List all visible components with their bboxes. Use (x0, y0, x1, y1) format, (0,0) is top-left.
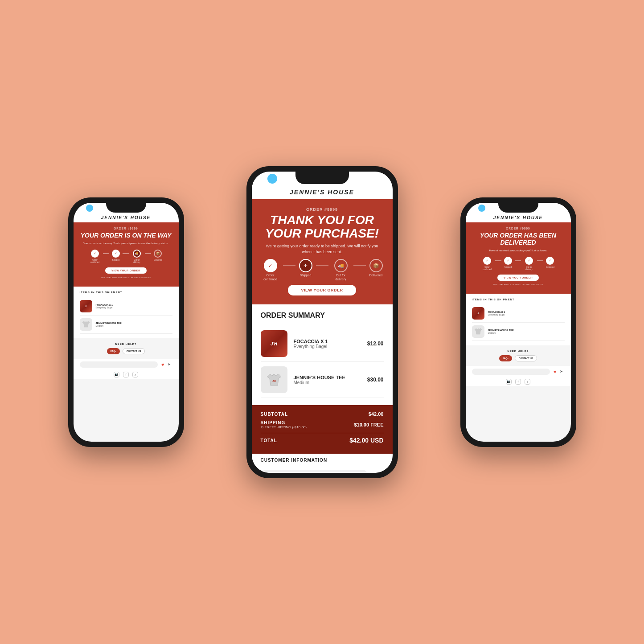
right-tiktok-icon[interactable]: ♪ (525, 379, 530, 385)
left-step-2-icon: ✓ (115, 252, 117, 255)
left-contact-btn[interactable]: CONTACT US (123, 348, 145, 354)
center-step-3: 🚚 Out for delivery (332, 259, 350, 281)
right-hero: ORDER #9999 YOUR ORDER HAS BEEN DELIVERE… (466, 222, 571, 294)
right-faq-btn[interactable]: FAQs (499, 355, 512, 361)
left-line-1 (103, 253, 109, 254)
right-search-bar[interactable] (472, 369, 550, 375)
center-tee-info: JENNIE'S HOUSE TEE Medium (294, 375, 361, 385)
right-send-icon[interactable]: ➤ (558, 369, 565, 375)
center-step-1-circle: ✓ (264, 259, 277, 272)
left-facebook-icon[interactable]: f (123, 372, 129, 377)
center-subtotal-row: SUBTOTAL $42.00 (261, 411, 384, 417)
left-step-2-circle: ✓ (112, 250, 120, 258)
center-search-bar[interactable] (261, 470, 368, 472)
right-instagram-icon[interactable]: 📷 (506, 379, 512, 385)
center-view-order-btn[interactable]: VIEW YOUR ORDER (288, 285, 357, 295)
right-step-4-label: Delivered (546, 266, 554, 268)
center-line-1 (283, 265, 295, 266)
left-need-help-title: NEED HELP? (80, 343, 172, 345)
center-order-num: ORDER #9999 (261, 207, 384, 212)
center-focaccia-name: FOCACCIA X 1 (294, 339, 361, 344)
right-focaccia-img: J (472, 307, 484, 320)
left-step-3-label: Out for delivery (131, 259, 142, 264)
left-view-order-btn[interactable]: VIEW YOUR ORDER (105, 267, 147, 274)
center-subtotal-value: $42.00 (369, 411, 384, 417)
left-focaccia-img: J (80, 300, 92, 312)
right-camera (478, 205, 485, 212)
center-step-3-icon: 🚚 (338, 263, 344, 269)
left-step-3-circle: 🚚 (133, 250, 141, 258)
focaccia-label: J'H (271, 341, 277, 346)
phone-right-inner: JENNIE'S HOUSE ORDER #9999 YOUR ORDER HA… (466, 203, 571, 442)
left-faq-btn[interactable]: FAQs (107, 348, 120, 354)
left-social-row: 📷 f ♪ (74, 370, 179, 379)
right-step-1-circle: ✓ (483, 257, 491, 265)
svg-text:J'H: J'H (272, 380, 276, 382)
right-facebook-icon[interactable]: f (515, 379, 521, 385)
left-instagram-icon[interactable]: 📷 (114, 372, 119, 377)
left-tee-img (80, 318, 92, 331)
center-shipping-info: SHIPPING ⊙ FREESHIPPING (-$10.00) (261, 420, 307, 429)
left-step-4-label: Delivered (154, 259, 162, 261)
center-focaccia-price: $12.00 (367, 340, 384, 347)
left-hero-title: YOUR ORDER IS ON THE WAY (79, 232, 173, 239)
right-step-2-circle: ✓ (504, 257, 512, 265)
right-items-section: ITEMS IN THIS SHIPMENT J FOCACCIA X 1 Ev… (466, 294, 571, 345)
right-step-3-icon: ✓ (528, 259, 530, 263)
left-step-2-label: Shipped (112, 259, 120, 261)
center-step-1-label: Order confirmed (262, 274, 279, 281)
right-contact-btn[interactable]: CONTACT US (515, 355, 537, 361)
left-need-help: NEED HELP? FAQs CONTACT US (74, 338, 179, 359)
left-hero: ORDER #9999 YOUR ORDER IS ON THE WAY You… (74, 222, 179, 287)
left-step-2: ✓ Shipped (112, 250, 120, 261)
left-focaccia-desc: Everything Bagel (96, 306, 172, 309)
center-tee-img: J'H (261, 366, 287, 393)
right-line-3 (537, 260, 543, 261)
center-totals: SUBTOTAL $42.00 SHIPPING ⊙ FREESHIPPING … (252, 405, 393, 454)
right-step-4-circle: ✓ (546, 257, 554, 265)
right-step-1-label: Order confirmed (482, 266, 492, 271)
center-total-label: TOTAL (261, 438, 277, 443)
left-line-3 (145, 253, 151, 254)
center-brand-name: JENNIE'S HOUSE (290, 189, 354, 196)
center-step-4: 📦 Delivered (369, 259, 383, 277)
right-step-2: ✓ Shipped (504, 257, 512, 268)
left-step-4: 📦 Delivered (154, 250, 162, 261)
right-item-tee: JENNIE'S HOUSE TEE Medium (472, 323, 565, 341)
left-heart-icon[interactable]: ♥ (161, 362, 164, 367)
right-tee-img (472, 325, 484, 338)
phone-center-screen: JENNIE'S HOUSE ORDER #9999 THANK YOU FOR… (252, 172, 393, 473)
center-order-summary-title: ORDER SUMMARY (261, 312, 384, 320)
left-search-bar[interactable] (80, 361, 158, 368)
left-tee-desc: Medium (96, 324, 172, 327)
right-bottom-icons: ♥ ➤ (554, 369, 565, 375)
center-send-icon[interactable]: ➤ (379, 472, 384, 472)
center-step-2-icon: ✈ (304, 263, 308, 269)
left-line-2 (123, 253, 129, 254)
left-tiktok-icon[interactable]: ♪ (132, 372, 138, 377)
left-step-3: 🚚 Out for delivery (131, 250, 142, 264)
left-send-icon[interactable]: ➤ (166, 361, 172, 368)
right-need-help: NEED HELP? FAQs CONTACT US (466, 345, 571, 366)
center-shipping-note: ⊙ FREESHIPPING (-$10.00) (261, 425, 307, 429)
phone-left-inner: JENNIE'S HOUSE ORDER #9999 YOUR ORDER IS… (74, 203, 179, 442)
phone-left-screen: JENNIE'S HOUSE ORDER #9999 YOUR ORDER IS… (74, 203, 179, 442)
right-notch (498, 203, 538, 213)
right-heart-icon[interactable]: ♥ (554, 369, 557, 374)
right-view-order-btn[interactable]: VIEW YOUR ORDER (497, 275, 539, 281)
left-hero-subtitle: Your order is on the way. Track your shi… (79, 242, 173, 245)
center-shipping-label: SHIPPING (261, 420, 307, 425)
right-items-title: ITEMS IN THIS SHIPMENT (472, 298, 565, 301)
left-step-4-circle: 📦 (154, 250, 162, 258)
left-step-1-label: Order confirmed (90, 259, 100, 264)
center-customer-info-label: CUSTOMER INFORMATION (261, 458, 384, 463)
right-step-4-icon: ✓ (549, 259, 551, 263)
right-focaccia-desc: Everything Bagel (488, 313, 565, 316)
center-step-3-circle: 🚚 (334, 259, 348, 272)
left-item-tee: JENNIE'S HOUSE TEE Medium (80, 316, 172, 334)
center-step-4-circle: 📦 (369, 259, 383, 272)
center-heart-icon[interactable]: ♥ (372, 471, 377, 472)
right-line-1 (495, 260, 501, 261)
center-step-4-label: Delivered (369, 274, 383, 277)
phone-left: JENNIE'S HOUSE ORDER #9999 YOUR ORDER IS… (68, 197, 184, 447)
